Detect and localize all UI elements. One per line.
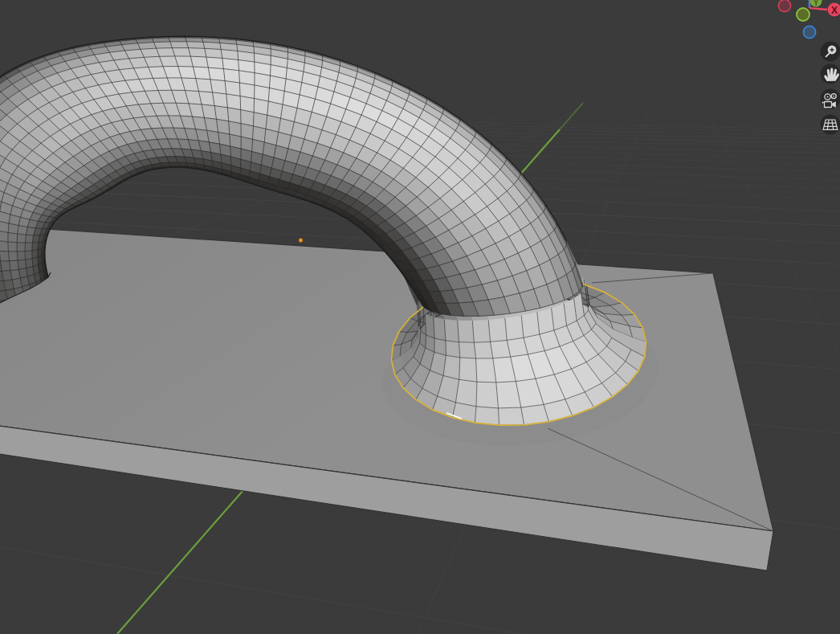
- svg-text:Y: Y: [813, 0, 819, 7]
- svg-text:X: X: [831, 5, 838, 16]
